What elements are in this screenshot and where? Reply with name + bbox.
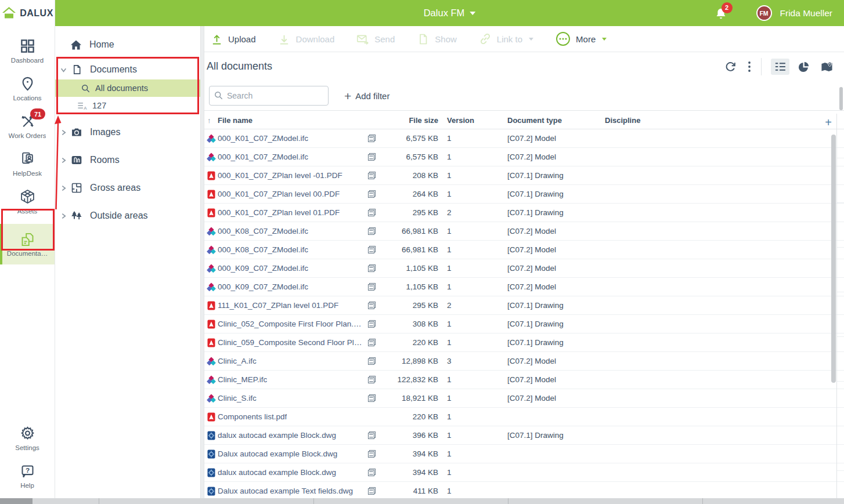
- sidebar-item-documenta[interactable]: Documenta…: [0, 224, 55, 264]
- column-file-size[interactable]: File size: [370, 116, 438, 125]
- table-row[interactable]: 000_K01_C07_ZModel.ifc6,575 KB1[C07.2] M…: [204, 148, 844, 166]
- app-title-menu[interactable]: Dalux FM: [424, 0, 476, 26]
- table-row[interactable]: Components list.pdf220 KB1: [204, 408, 844, 426]
- table-row[interactable]: Clinic_A.ifc12,898 KB3[C07.2] Model: [204, 352, 844, 371]
- horizontal-scrollbar[interactable]: [0, 498, 844, 504]
- file-version: 1: [447, 190, 452, 198]
- notifications-button[interactable]: 2: [715, 6, 730, 21]
- file-name[interactable]: 000_K01_C07_ZModel.ifc: [218, 153, 308, 161]
- vertical-scrollbar[interactable]: [831, 135, 836, 383]
- file-name[interactable]: 000_K01_C07_ZPlan level -01.PDF: [218, 171, 342, 180]
- add-filter-button[interactable]: + Add filter: [344, 90, 389, 102]
- table-row[interactable]: 000_K08_C07_ZModel.ifc66,981 KB1[C07.2] …: [204, 241, 844, 259]
- table-row[interactable]: Clinic_059_Composite Second Floor Pla…22…: [204, 333, 844, 352]
- file-name[interactable]: 000_K09_C07_ZModel.ifc: [218, 264, 308, 273]
- chevron-right-icon[interactable]: [60, 157, 67, 164]
- column-document-type[interactable]: Document type: [507, 116, 562, 125]
- table-row[interactable]: 000_K08_C07_ZModel.ifc66,981 KB1[C07.2] …: [204, 222, 844, 241]
- avatar[interactable]: FM: [756, 5, 772, 21]
- file-name[interactable]: Dalux autocad example Text fields.dwg: [218, 487, 353, 495]
- upload-button[interactable]: Upload: [210, 32, 256, 45]
- tree-item-documents[interactable]: Documents: [55, 60, 200, 79]
- dwg-file-icon: [207, 487, 216, 496]
- file-name[interactable]: 000_K01_C07_ZPlan level 00.PDF: [218, 190, 340, 198]
- table-row[interactable]: Clinic_052_Composite First Floor Plan.p……: [204, 315, 844, 333]
- kebab-menu-icon[interactable]: [747, 60, 752, 73]
- chevron-right-icon[interactable]: [60, 212, 67, 219]
- table-row[interactable]: dalux autocad example Block.dwg396 KB1[C…: [204, 426, 844, 445]
- add-column-button[interactable]: +: [823, 116, 834, 129]
- file-name[interactable]: 000_K08_C07_ZModel.ifc: [218, 227, 308, 235]
- file-name[interactable]: Clinic_A.ifc: [218, 357, 257, 365]
- sidebar-item-locations[interactable]: Locations: [0, 70, 55, 107]
- tree-item-images[interactable]: Images: [55, 122, 200, 142]
- file-name[interactable]: Clinic_S.ifc: [218, 394, 257, 403]
- file-name[interactable]: Clinic_MEP.ifc: [218, 375, 267, 384]
- table-row[interactable]: 000_K01_C07_ZModel.ifc6,575 KB1[C07.2] M…: [204, 129, 844, 148]
- column-discipline[interactable]: Discipline: [605, 116, 640, 125]
- file-name[interactable]: 000_K01_C07_ZPlan level 01.PDF: [218, 208, 340, 217]
- table-row[interactable]: 000_K09_C07_ZModel.ifc1,105 KB1[C07.2] M…: [204, 259, 844, 278]
- tree-item-all-documents[interactable]: All documents: [55, 79, 200, 97]
- file-name[interactable]: Components list.pdf: [218, 412, 287, 421]
- horizontal-scrollbar-thumb[interactable]: [0, 498, 33, 504]
- tree-item-home[interactable]: Home: [55, 33, 200, 56]
- document-type: [C07.1] Drawing: [507, 190, 564, 198]
- column-version[interactable]: Version: [447, 116, 474, 125]
- dalux-logo[interactable]: DALUX: [0, 0, 55, 26]
- file-name[interactable]: 000_K08_C07_ZModel.ifc: [218, 245, 308, 254]
- column-file-name[interactable]: File name: [218, 116, 253, 125]
- sidebar-item-help[interactable]: ?Help: [0, 457, 55, 495]
- search-input[interactable]: [209, 86, 329, 106]
- sidebar-item-helpdesk[interactable]: HelpDesk: [0, 145, 55, 183]
- sidebar-item-work-orders[interactable]: 71Work Orders: [0, 107, 55, 145]
- pdf-file-icon: [207, 320, 216, 329]
- tree-item-127[interactable]: A127: [55, 97, 200, 114]
- table-row[interactable]: Dalux autocad example Block.dwg394 KB1: [204, 445, 844, 463]
- table-row[interactable]: 000_K01_C07_ZPlan level 00.PDF264 KB1[C0…: [204, 185, 844, 204]
- view-header: All documents: [204, 52, 844, 81]
- tree-item-rooms[interactable]: Rooms: [55, 150, 200, 170]
- file-name[interactable]: Clinic_059_Composite Second Floor Pla…: [218, 338, 364, 347]
- search-icon: [214, 90, 223, 100]
- tree-item-outside-areas[interactable]: Outside areas: [55, 206, 200, 226]
- sidebar-item-settings[interactable]: Settings: [0, 419, 55, 457]
- vertical-scrollbar-top[interactable]: [839, 87, 843, 110]
- divider: [761, 58, 762, 75]
- show-icon: [417, 32, 430, 45]
- sidebar-item-assets[interactable]: Assets: [0, 183, 55, 220]
- panel-splitter[interactable]: [200, 26, 204, 498]
- user-name[interactable]: Frida Mueller: [780, 8, 832, 19]
- table-row[interactable]: 000_K09_C07_ZModel.ifc1,105 KB1[C07.2] M…: [204, 278, 844, 296]
- tree-item-gross-areas[interactable]: Gross areas: [55, 178, 200, 198]
- chevron-right-icon[interactable]: [60, 184, 67, 191]
- table-row[interactable]: 111_K01_C07_ZPlan level 01.PDF295 KB2[C0…: [204, 296, 844, 315]
- upload-icon: [210, 32, 223, 45]
- pie-view-button[interactable]: [794, 59, 813, 75]
- documentation-icon: [20, 231, 35, 247]
- list-view-button[interactable]: [771, 59, 789, 75]
- file-name[interactable]: Dalux autocad example Block.dwg: [218, 449, 337, 458]
- table-row[interactable]: 000_K01_C07_ZPlan level -01.PDF208 KB1[C…: [204, 166, 844, 185]
- table-row[interactable]: dalux autocad example Block.dwg394 KB1: [204, 463, 844, 482]
- svg-text:?: ?: [25, 466, 29, 474]
- file-name[interactable]: dalux autocad example Block.dwg: [218, 468, 336, 477]
- file-name[interactable]: 000_K09_C07_ZModel.ifc: [218, 282, 308, 291]
- file-name[interactable]: 111_K01_C07_ZPlan level 01.PDF: [218, 301, 338, 310]
- refresh-icon[interactable]: [724, 60, 737, 73]
- document-type: [C07.1] Drawing: [507, 171, 564, 180]
- sidebar-item-dashboard[interactable]: Dashboard: [0, 32, 55, 70]
- map-view-button[interactable]: [817, 59, 836, 75]
- file-name[interactable]: Clinic_052_Composite First Floor Plan.p…: [218, 320, 364, 328]
- chevron-down-icon[interactable]: [60, 66, 67, 73]
- file-version: 1: [447, 227, 452, 235]
- file-name[interactable]: dalux autocad example Block.dwg: [218, 431, 336, 440]
- table-row[interactable]: Clinic_S.ifc18,921 KB1[C07.2] Model: [204, 389, 844, 408]
- more-button[interactable]: More: [556, 31, 607, 46]
- table-row[interactable]: 000_K01_C07_ZPlan level 01.PDF295 KB2[C0…: [204, 204, 844, 222]
- chevron-right-icon[interactable]: [60, 129, 67, 136]
- file-name[interactable]: 000_K01_C07_ZModel.ifc: [218, 134, 308, 143]
- table-row[interactable]: Clinic_MEP.ifc122,832 KB1[C07.2] Model: [204, 371, 844, 389]
- sort-ascending-icon[interactable]: ↑: [207, 116, 211, 125]
- tree-item-label: Documents: [90, 64, 137, 75]
